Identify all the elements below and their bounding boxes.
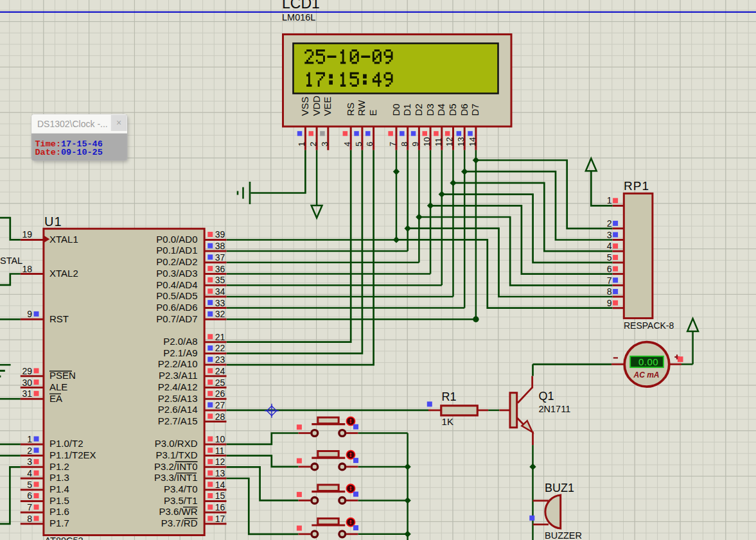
svg-text:36: 36 [215,264,225,274]
svg-text:12: 12 [215,457,225,467]
svg-text:35: 35 [215,275,225,285]
svg-text:1K: 1K [442,416,453,427]
svg-text:P1.5: P1.5 [49,495,69,506]
svg-text:D5: D5 [447,103,458,116]
svg-text:1: 1 [297,142,306,146]
svg-text:10: 10 [215,434,225,444]
svg-text:P1.2: P1.2 [49,461,69,472]
svg-text:P2.7/A15: P2.7/A15 [158,415,198,426]
svg-text:23: 23 [215,354,225,365]
svg-text:0.00: 0.00 [638,356,658,367]
svg-text:6: 6 [607,264,612,274]
svg-text:P1.4: P1.4 [49,483,69,494]
svg-text:33: 33 [215,298,225,308]
svg-text:XTAL1: XTAL1 [49,234,78,245]
svg-text:12: 12 [444,137,454,146]
svg-text:8: 8 [400,142,409,146]
svg-text:D6: D6 [459,103,470,116]
svg-text:P3.5/T1: P3.5/T1 [164,495,198,506]
svg-text:P3.6/WR: P3.6/WR [159,506,197,517]
svg-text:D3: D3 [425,103,435,116]
svg-text:8: 8 [27,514,32,524]
svg-text:7: 7 [388,142,398,146]
svg-text:STAL: STAL [0,256,22,266]
svg-text:P3.7/RD: P3.7/RD [161,518,198,528]
svg-text:VEE: VEE [322,96,333,116]
svg-text:×: × [116,118,121,128]
svg-text:25: 25 [215,378,225,388]
svg-text:4: 4 [27,468,32,478]
svg-text:DS1302\Clock -...: DS1302\Clock -... [37,119,108,129]
svg-text:5: 5 [27,480,32,490]
svg-text:5: 5 [607,252,612,263]
svg-text:16: 16 [215,502,225,512]
svg-text:P2.5/A13: P2.5/A13 [158,393,198,404]
svg-text:RW: RW [356,100,367,116]
svg-text:P1.3: P1.3 [49,472,69,483]
svg-text:BUZZER: BUZZER [545,530,582,540]
svg-text:ALE: ALE [49,381,67,392]
svg-text:7: 7 [607,275,612,286]
svg-text:11: 11 [215,446,225,456]
svg-text:38: 38 [215,241,225,251]
svg-text:30: 30 [22,378,32,388]
svg-text:37: 37 [215,252,225,263]
svg-text:P0.0/AD0: P0.0/AD0 [156,234,197,245]
svg-text:5: 5 [354,142,364,146]
svg-text:VDD: VDD [311,96,322,116]
svg-text:4: 4 [342,142,352,146]
svg-text:18: 18 [22,264,32,274]
svg-text:11: 11 [434,138,443,147]
svg-text:RST: RST [49,313,69,324]
svg-text:4: 4 [607,241,612,251]
svg-text:13: 13 [456,137,466,146]
svg-text:P0.3/AD3: P0.3/AD3 [156,268,197,279]
svg-text:9: 9 [607,298,612,308]
svg-text:D7: D7 [470,103,480,116]
svg-text:RP1: RP1 [624,179,649,193]
svg-text:RESPACK-8: RESPACK-8 [624,320,674,331]
svg-text:2: 2 [607,218,612,229]
svg-text:9: 9 [27,309,32,319]
svg-text:7: 7 [27,502,32,512]
svg-text:P0.7/AD7: P0.7/AD7 [156,313,197,324]
svg-text:8: 8 [607,286,612,297]
svg-text:1: 1 [607,195,612,205]
svg-text:P2.0/A8: P2.0/A8 [163,336,197,347]
svg-text:1: 1 [27,434,32,444]
svg-text:6: 6 [27,491,32,501]
svg-text:P2.6/A14: P2.6/A14 [158,404,198,415]
svg-text:P0.5/AD5: P0.5/AD5 [156,290,197,301]
svg-text:Date:09-10-25: Date:09-10-25 [35,148,103,157]
svg-text:26: 26 [215,388,225,399]
svg-text:13: 13 [215,468,225,478]
svg-text:17: 17 [215,514,225,524]
svg-text:LM016L: LM016L [282,12,315,22]
svg-text:32: 32 [215,309,225,319]
svg-text:3: 3 [320,142,330,146]
svg-text:XTAL2: XTAL2 [49,268,78,279]
svg-text:D4: D4 [435,103,446,116]
svg-text:27: 27 [215,400,225,410]
svg-text:P1.0/T2: P1.0/T2 [49,438,84,449]
svg-text:P1.1/T2EX: P1.1/T2EX [49,449,96,460]
svg-text:28: 28 [215,412,225,422]
svg-text:Q1: Q1 [539,390,554,403]
svg-text:P0.2/AD2: P0.2/AD2 [156,256,197,267]
svg-text:34: 34 [215,286,225,297]
svg-text:15: 15 [215,491,225,501]
svg-text:3: 3 [27,457,32,467]
svg-text:VSS: VSS [299,96,310,116]
svg-text:29: 29 [22,366,32,376]
svg-text:P2.2/A10: P2.2/A10 [158,358,198,369]
svg-text:P2.1/A9: P2.1/A9 [163,347,197,358]
svg-text:P0.4/AD4: P0.4/AD4 [156,279,197,290]
svg-text:P0.6/AD6: P0.6/AD6 [156,302,197,313]
svg-text:2: 2 [27,446,32,456]
svg-text:3: 3 [607,230,612,240]
svg-text:14: 14 [468,137,477,146]
svg-text:D0: D0 [391,103,401,116]
svg-text:14: 14 [215,480,225,490]
svg-text:P3.1/TXD: P3.1/TXD [155,449,197,460]
svg-text:P1.7: P1.7 [49,518,69,528]
